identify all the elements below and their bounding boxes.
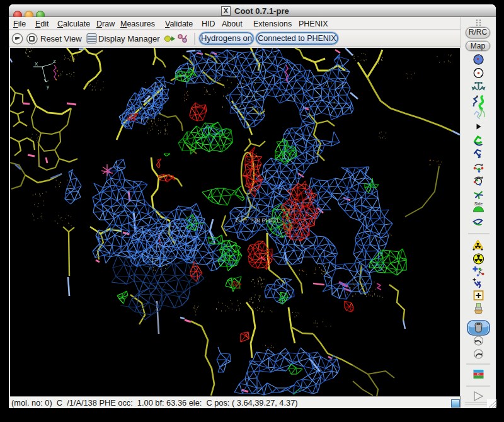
svg-text:y: y [47,84,49,89]
svg-text:Side: Side [474,202,483,206]
svg-text:Z: Z [53,59,56,64]
svg-text:C: C [236,217,240,224]
svg-text:?38 PHE/1: ?38 PHE/1 [250,217,279,224]
svg-text:X: X [35,61,38,67]
